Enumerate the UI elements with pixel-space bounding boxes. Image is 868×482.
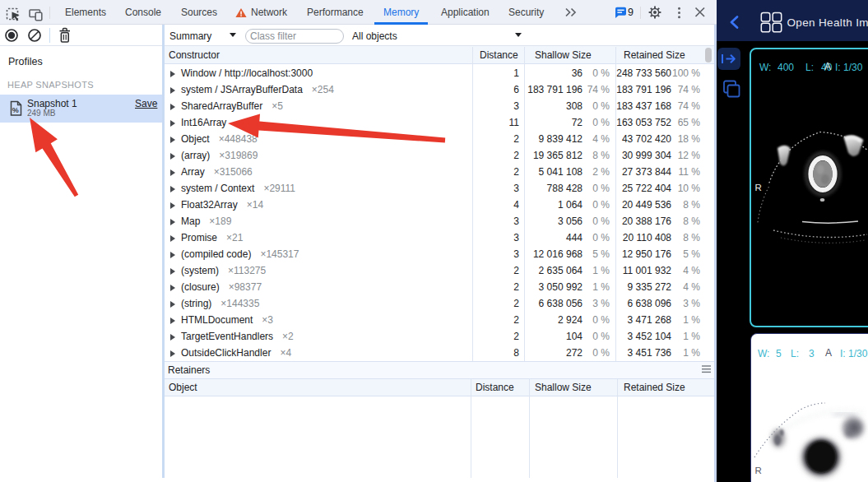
- svg-text:A: A: [825, 347, 832, 359]
- svg-text:A: A: [824, 61, 831, 72]
- svg-text:L:: L:: [791, 347, 799, 359]
- svg-text:R: R: [755, 183, 762, 192]
- svg-text:R: R: [755, 466, 762, 475]
- svg-text:5: 5: [776, 347, 782, 359]
- svg-text:I: 1/30: I: 1/30: [835, 61, 863, 72]
- svg-text:3: 3: [809, 347, 815, 359]
- svg-text:400: 400: [777, 61, 794, 72]
- svg-text:W:: W:: [758, 347, 769, 359]
- svg-text:I: 1/30: I: 1/30: [840, 347, 868, 359]
- svg-text:W:: W:: [759, 61, 771, 72]
- svg-text:Open Health Imaging: Open Health Imaging: [787, 16, 868, 29]
- svg-text:L:: L:: [805, 61, 814, 72]
